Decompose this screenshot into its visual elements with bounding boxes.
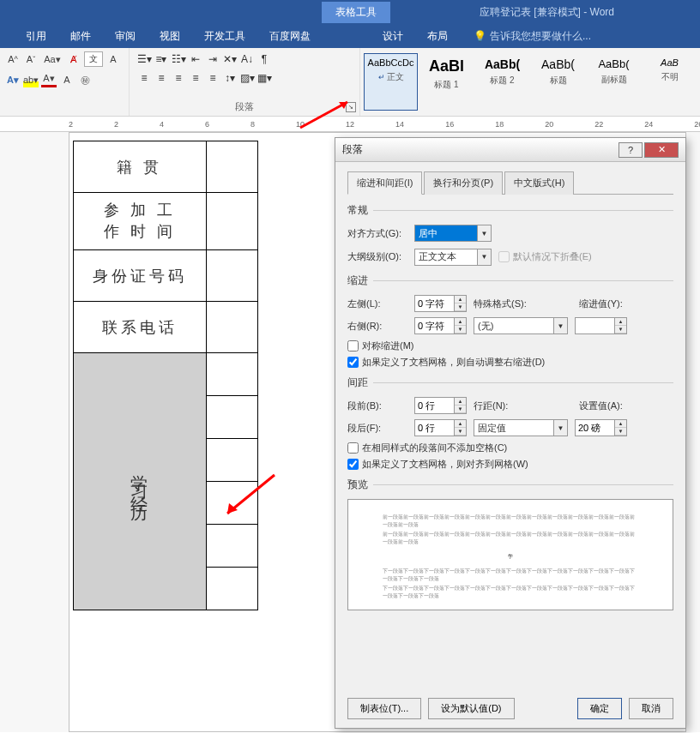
cell-b2[interactable] bbox=[207, 193, 258, 250]
tab-mailings[interactable]: 邮件 bbox=[58, 25, 103, 48]
indent-value-spinner[interactable]: ▲▼ bbox=[575, 317, 627, 334]
chevron-down-icon[interactable]: ▼ bbox=[477, 225, 491, 241]
highlight-button[interactable]: ab▾ bbox=[23, 72, 39, 87]
ok-button[interactable]: 确定 bbox=[577, 698, 622, 719]
cell-s6[interactable] bbox=[207, 568, 258, 610]
section-indent: 缩进 bbox=[347, 273, 673, 288]
tell-me-input[interactable]: 💡告诉我您想要做什么... bbox=[465, 25, 600, 48]
cancel-button[interactable]: 取消 bbox=[629, 698, 673, 719]
left-indent-spinner[interactable]: ▲▼ bbox=[414, 295, 467, 312]
chevron-down-icon[interactable]: ▼ bbox=[553, 420, 567, 436]
document-table[interactable]: 籍 贯 参 加 工作 时 间 身份证号码 联系电话 学习经历 bbox=[73, 141, 258, 610]
sort-button[interactable]: A↓ bbox=[239, 51, 255, 67]
left-indent-label: 左侧(L): bbox=[347, 297, 407, 310]
shading-button[interactable]: ▨▾ bbox=[239, 70, 255, 86]
enclosed-char-button[interactable]: ㊙ bbox=[77, 72, 93, 87]
cell-s2[interactable] bbox=[207, 396, 258, 439]
paragraph-dialog-launcher[interactable]: ↘ bbox=[346, 102, 356, 112]
borders-button[interactable]: ▦▾ bbox=[256, 70, 272, 86]
tabstops-button[interactable]: 制表位(T)... bbox=[347, 698, 421, 719]
tab-references[interactable]: 引用 bbox=[14, 25, 58, 48]
tab-review[interactable]: 审阅 bbox=[103, 25, 148, 48]
space-after-spinner[interactable]: ▲▼ bbox=[414, 419, 467, 436]
chevron-down-icon[interactable]: ▼ bbox=[477, 249, 491, 265]
cell-s1[interactable] bbox=[207, 353, 258, 396]
tab-design[interactable]: 设计 bbox=[371, 25, 415, 48]
special-format-select[interactable]: (无)▼ bbox=[474, 317, 568, 334]
tab-layout[interactable]: 布局 bbox=[415, 25, 460, 48]
space-before-spinner[interactable]: ▲▼ bbox=[414, 397, 467, 414]
outline-select[interactable]: 正文文本▼ bbox=[414, 249, 492, 266]
cell-jiguan[interactable]: 籍 贯 bbox=[74, 141, 207, 193]
setvalue-spinner[interactable]: ▲▼ bbox=[575, 419, 627, 436]
char-shading-button[interactable]: A bbox=[59, 72, 75, 87]
cell-s3[interactable] bbox=[207, 439, 258, 482]
numbering-button[interactable]: ≡▾ bbox=[154, 51, 169, 67]
font-group: A^ Aˇ Aa▾ A̸ 文 A A▾ ab▾ A▾ A ㊙ bbox=[0, 48, 129, 116]
shrink-font-icon[interactable]: Aˇ bbox=[23, 51, 39, 67]
nospace-checkbox[interactable]: 在相同样式的段落间不添加空格(C) bbox=[347, 442, 673, 454]
cell-worktime[interactable]: 参 加 工作 时 间 bbox=[74, 193, 207, 250]
style-heading1[interactable]: AaBl 标题 1 bbox=[419, 53, 474, 111]
align-left-button[interactable]: ≡ bbox=[136, 70, 152, 86]
tab-asian-typography[interactable]: 中文版式(H) bbox=[504, 171, 574, 195]
table-tools-label: 表格工具 bbox=[322, 2, 390, 23]
dialog-titlebar[interactable]: 段落 ? ✕ bbox=[335, 138, 685, 162]
space-after-label: 段后(F): bbox=[347, 422, 407, 435]
line-spacing-button[interactable]: ↕▾ bbox=[222, 70, 238, 86]
decrease-indent-button[interactable]: ⇤ bbox=[188, 51, 203, 67]
cell-s5[interactable] bbox=[207, 525, 258, 568]
tab-view[interactable]: 视图 bbox=[148, 25, 192, 48]
linespacing-select[interactable]: 固定值▼ bbox=[474, 419, 568, 436]
grid-indent-checkbox[interactable]: 如果定义了文档网格，则自动调整右缩进(D) bbox=[347, 356, 673, 369]
cell-b1[interactable] bbox=[207, 141, 258, 193]
align-right-button[interactable]: ≡ bbox=[171, 70, 186, 86]
ruler[interactable]: 2 2 4 6 8 10 12 14 16 18 20 22 24 26 28 … bbox=[0, 117, 700, 132]
preview-box: 前一段落前一段落前一段落前一段落前一段落前一段落前一段落前一段落前一段落前一段落… bbox=[347, 499, 673, 610]
cell-s4[interactable] bbox=[207, 482, 258, 525]
style-title[interactable]: AaBb( 标题 bbox=[531, 53, 585, 111]
justify-button[interactable]: ≡ bbox=[188, 70, 203, 86]
cell-b4[interactable] bbox=[207, 302, 258, 353]
chevron-down-icon[interactable]: ▼ bbox=[553, 318, 567, 333]
right-indent-spinner[interactable]: ▲▼ bbox=[414, 317, 467, 334]
asian-layout-button[interactable]: ✕▾ bbox=[222, 51, 238, 67]
bullets-button[interactable]: ☰▾ bbox=[136, 51, 152, 67]
font-color-button[interactable]: A▾ bbox=[41, 72, 57, 87]
show-marks-button[interactable]: ¶ bbox=[256, 51, 272, 67]
mirror-indent-checkbox[interactable]: 对称缩进(M) bbox=[347, 339, 673, 352]
phonetic-guide-button[interactable]: 文 bbox=[84, 51, 103, 67]
tab-developer[interactable]: 开发工具 bbox=[192, 25, 257, 48]
set-default-button[interactable]: 设为默认值(D) bbox=[428, 698, 514, 719]
cell-b3[interactable] bbox=[207, 250, 258, 302]
char-border-button[interactable]: A bbox=[106, 51, 121, 67]
cell-study-history[interactable]: 学习经历 bbox=[74, 353, 207, 610]
grow-font-icon[interactable]: A^ bbox=[5, 51, 21, 67]
close-button[interactable]: ✕ bbox=[644, 142, 679, 158]
grid-align-checkbox[interactable]: 如果定义了文档网格，则对齐到网格(W) bbox=[347, 458, 673, 471]
alignment-select[interactable]: 居中▼ bbox=[414, 225, 492, 242]
paragraph-group-label: 段落 bbox=[235, 100, 254, 113]
distribute-button[interactable]: ≡ bbox=[205, 70, 220, 86]
change-case-button[interactable]: Aa▾ bbox=[41, 51, 63, 67]
style-normal[interactable]: AaBbCcDc ↵正文 bbox=[364, 53, 418, 111]
cell-idcard[interactable]: 身份证号码 bbox=[74, 250, 207, 302]
styles-group: AaBbCcDc ↵正文 AaBl 标题 1 AaBb( 标题 2 AaBb( … bbox=[360, 48, 700, 116]
cell-phone[interactable]: 联系电话 bbox=[74, 302, 207, 353]
increase-indent-button[interactable]: ⇥ bbox=[205, 51, 220, 67]
special-label: 特殊格式(S): bbox=[474, 297, 538, 310]
space-before-label: 段前(B): bbox=[347, 400, 407, 412]
clear-format-icon[interactable]: A̸ bbox=[66, 51, 81, 67]
tab-baidu[interactable]: 百度网盘 bbox=[257, 25, 323, 48]
section-spacing: 间距 bbox=[347, 376, 673, 390]
multilevel-button[interactable]: ☷▾ bbox=[171, 51, 186, 67]
tab-line-page-breaks[interactable]: 换行和分页(P) bbox=[424, 171, 503, 195]
help-button[interactable]: ? bbox=[619, 142, 643, 158]
section-general: 常规 bbox=[347, 203, 673, 218]
align-center-button[interactable]: ≡ bbox=[154, 70, 169, 86]
tab-indent-spacing[interactable]: 缩进和间距(I) bbox=[347, 171, 422, 195]
text-effects-button[interactable]: A▾ bbox=[5, 72, 21, 87]
style-heading2[interactable]: AaBb( 标题 2 bbox=[475, 53, 529, 111]
style-subtitle[interactable]: AaBb( 副标题 bbox=[587, 53, 641, 111]
style-more[interactable]: AaB 不明 bbox=[643, 53, 697, 111]
